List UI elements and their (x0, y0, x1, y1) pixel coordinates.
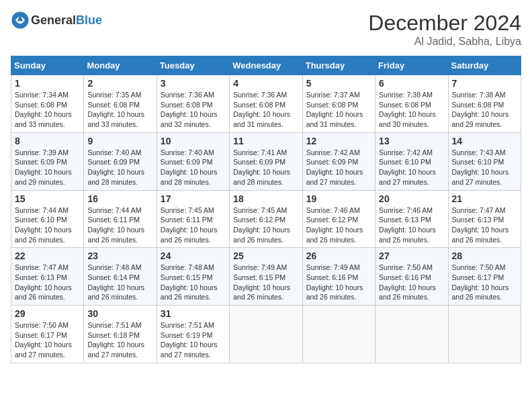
table-row: 30 Sunrise: 7:51 AM Sunset: 6:18 PM Dayl… (84, 306, 157, 363)
day-number: 28 (452, 250, 517, 261)
header-friday: Friday (375, 56, 448, 75)
day-info: Sunrise: 7:34 AM Sunset: 6:08 PM Dayligh… (15, 90, 80, 130)
day-number: 6 (379, 78, 444, 89)
calendar-week-row: 8 Sunrise: 7:39 AM Sunset: 6:09 PM Dayli… (11, 132, 521, 190)
table-row: 15 Sunrise: 7:44 AM Sunset: 6:10 PM Dayl… (11, 190, 84, 248)
table-row: 28 Sunrise: 7:50 AM Sunset: 6:17 PM Dayl… (448, 248, 521, 306)
table-row: 2 Sunrise: 7:35 AM Sunset: 6:08 PM Dayli… (84, 75, 157, 133)
day-number: 19 (306, 193, 371, 204)
day-number: 31 (161, 308, 226, 319)
day-info: Sunrise: 7:50 AM Sunset: 6:17 PM Dayligh… (452, 263, 517, 302)
table-row: 16 Sunrise: 7:44 AM Sunset: 6:11 PM Dayl… (84, 190, 157, 248)
day-info: Sunrise: 7:48 AM Sunset: 6:14 PM Dayligh… (87, 263, 152, 302)
table-row: 29 Sunrise: 7:50 AM Sunset: 6:17 PM Dayl… (11, 306, 84, 363)
day-number: 30 (87, 308, 152, 319)
day-info: Sunrise: 7:45 AM Sunset: 6:12 PM Dayligh… (233, 205, 298, 245)
day-number: 2 (87, 78, 152, 89)
header-wednesday: Wednesday (230, 56, 302, 75)
table-row: 27 Sunrise: 7:50 AM Sunset: 6:16 PM Dayl… (375, 248, 448, 306)
table-row (375, 306, 448, 363)
table-row: 23 Sunrise: 7:48 AM Sunset: 6:14 PM Dayl… (84, 248, 157, 306)
day-number: 23 (87, 250, 152, 261)
day-info: Sunrise: 7:49 AM Sunset: 6:15 PM Dayligh… (233, 263, 298, 302)
day-number: 15 (15, 193, 80, 204)
day-info: Sunrise: 7:38 AM Sunset: 6:08 PM Dayligh… (379, 90, 444, 130)
day-info: Sunrise: 7:41 AM Sunset: 6:09 PM Dayligh… (233, 148, 298, 187)
day-info: Sunrise: 7:50 AM Sunset: 6:17 PM Dayligh… (15, 320, 80, 360)
calendar-week-row: 22 Sunrise: 7:47 AM Sunset: 6:13 PM Dayl… (11, 248, 521, 306)
day-info: Sunrise: 7:36 AM Sunset: 6:08 PM Dayligh… (233, 90, 298, 130)
table-row: 4 Sunrise: 7:36 AM Sunset: 6:08 PM Dayli… (230, 75, 302, 133)
table-row: 22 Sunrise: 7:47 AM Sunset: 6:13 PM Dayl… (11, 248, 84, 306)
day-number: 8 (15, 136, 80, 146)
day-number: 3 (161, 78, 226, 89)
day-info: Sunrise: 7:46 AM Sunset: 6:13 PM Dayligh… (379, 205, 444, 245)
day-number: 14 (452, 136, 517, 146)
day-info: Sunrise: 7:47 AM Sunset: 6:13 PM Dayligh… (452, 205, 517, 245)
day-info: Sunrise: 7:43 AM Sunset: 6:10 PM Dayligh… (452, 148, 517, 187)
table-row: 11 Sunrise: 7:41 AM Sunset: 6:09 PM Dayl… (230, 132, 302, 190)
day-info: Sunrise: 7:35 AM Sunset: 6:08 PM Dayligh… (87, 90, 152, 130)
header-saturday: Saturday (448, 56, 521, 75)
table-row: 31 Sunrise: 7:51 AM Sunset: 6:19 PM Dayl… (157, 306, 229, 363)
day-number: 24 (161, 250, 226, 261)
table-row: 20 Sunrise: 7:46 AM Sunset: 6:13 PM Dayl… (375, 190, 448, 248)
day-info: Sunrise: 7:49 AM Sunset: 6:16 PM Dayligh… (306, 263, 371, 302)
calendar-week-row: 1 Sunrise: 7:34 AM Sunset: 6:08 PM Dayli… (11, 75, 521, 133)
table-row: 1 Sunrise: 7:34 AM Sunset: 6:08 PM Dayli… (11, 75, 84, 133)
table-row: 8 Sunrise: 7:39 AM Sunset: 6:09 PM Dayli… (11, 132, 84, 190)
day-number: 17 (161, 193, 226, 204)
calendar-week-row: 29 Sunrise: 7:50 AM Sunset: 6:17 PM Dayl… (11, 306, 521, 363)
day-info: Sunrise: 7:47 AM Sunset: 6:13 PM Dayligh… (15, 263, 80, 302)
table-row (302, 306, 375, 363)
header-sunday: Sunday (11, 56, 84, 75)
table-row: 12 Sunrise: 7:42 AM Sunset: 6:09 PM Dayl… (302, 132, 375, 190)
day-number: 11 (233, 136, 298, 146)
day-number: 25 (233, 250, 298, 261)
location-title: Al Jadid, Sabha, Libya (368, 36, 521, 48)
day-info: Sunrise: 7:40 AM Sunset: 6:09 PM Dayligh… (87, 148, 152, 187)
table-row: 9 Sunrise: 7:40 AM Sunset: 6:09 PM Dayli… (84, 132, 157, 190)
calendar-table: Sunday Monday Tuesday Wednesday Thursday… (11, 56, 521, 363)
day-info: Sunrise: 7:51 AM Sunset: 6:19 PM Dayligh… (161, 320, 226, 360)
day-number: 1 (15, 78, 80, 89)
title-section: December 2024 Al Jadid, Sabha, Libya (368, 11, 521, 48)
day-number: 12 (306, 136, 371, 146)
table-row: 3 Sunrise: 7:36 AM Sunset: 6:08 PM Dayli… (157, 75, 229, 133)
day-info: Sunrise: 7:51 AM Sunset: 6:18 PM Dayligh… (87, 320, 152, 360)
page-header: GeneralBlue December 2024 Al Jadid, Sabh… (11, 11, 521, 48)
day-info: Sunrise: 7:40 AM Sunset: 6:09 PM Dayligh… (161, 148, 226, 187)
day-number: 22 (15, 250, 80, 261)
header-thursday: Thursday (302, 56, 375, 75)
table-row: 21 Sunrise: 7:47 AM Sunset: 6:13 PM Dayl… (448, 190, 521, 248)
day-info: Sunrise: 7:50 AM Sunset: 6:16 PM Dayligh… (379, 263, 444, 302)
day-info: Sunrise: 7:36 AM Sunset: 6:08 PM Dayligh… (161, 90, 226, 130)
day-info: Sunrise: 7:38 AM Sunset: 6:08 PM Dayligh… (452, 90, 517, 130)
day-info: Sunrise: 7:37 AM Sunset: 6:08 PM Dayligh… (306, 90, 371, 130)
table-row: 17 Sunrise: 7:45 AM Sunset: 6:11 PM Dayl… (157, 190, 229, 248)
day-info: Sunrise: 7:44 AM Sunset: 6:11 PM Dayligh… (87, 205, 152, 245)
table-row: 14 Sunrise: 7:43 AM Sunset: 6:10 PM Dayl… (448, 132, 521, 190)
day-number: 9 (87, 136, 152, 146)
day-number: 10 (161, 136, 226, 146)
day-number: 21 (452, 193, 517, 204)
table-row: 13 Sunrise: 7:42 AM Sunset: 6:10 PM Dayl… (375, 132, 448, 190)
header-tuesday: Tuesday (157, 56, 229, 75)
table-row (230, 306, 302, 363)
table-row: 24 Sunrise: 7:48 AM Sunset: 6:15 PM Dayl… (157, 248, 229, 306)
day-info: Sunrise: 7:46 AM Sunset: 6:12 PM Dayligh… (306, 205, 371, 245)
day-number: 18 (233, 193, 298, 204)
day-info: Sunrise: 7:45 AM Sunset: 6:11 PM Dayligh… (161, 205, 226, 245)
day-number: 5 (306, 78, 371, 89)
day-number: 29 (15, 308, 80, 319)
day-number: 26 (306, 250, 371, 261)
day-info: Sunrise: 7:42 AM Sunset: 6:09 PM Dayligh… (306, 148, 371, 187)
day-info: Sunrise: 7:39 AM Sunset: 6:09 PM Dayligh… (15, 148, 80, 187)
general-blue-icon (11, 11, 30, 30)
day-number: 20 (379, 193, 444, 204)
calendar-header-row: Sunday Monday Tuesday Wednesday Thursday… (11, 56, 521, 75)
day-number: 16 (87, 193, 152, 204)
day-number: 4 (233, 78, 298, 89)
header-monday: Monday (84, 56, 157, 75)
day-info: Sunrise: 7:42 AM Sunset: 6:10 PM Dayligh… (379, 148, 444, 187)
